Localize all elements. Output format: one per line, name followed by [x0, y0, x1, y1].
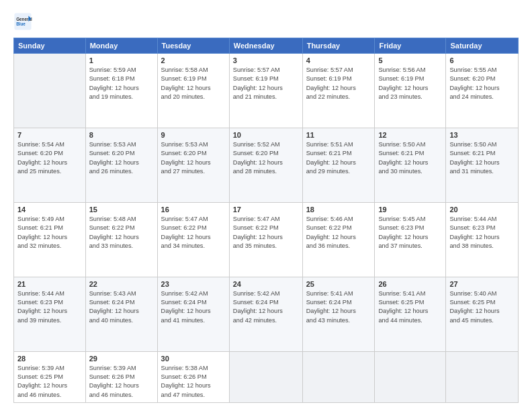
- calendar-cell: 21Sunrise: 5:44 AM Sunset: 6:23 PM Dayli…: [14, 277, 86, 351]
- day-info: Sunrise: 5:55 AM Sunset: 6:20 PM Dayligh…: [449, 66, 515, 101]
- calendar-cell: 30Sunrise: 5:38 AM Sunset: 6:26 PM Dayli…: [157, 351, 229, 402]
- header-monday: Monday: [85, 38, 157, 54]
- calendar-cell: 23Sunrise: 5:42 AM Sunset: 6:24 PM Dayli…: [157, 277, 229, 351]
- calendar-cell: 29Sunrise: 5:39 AM Sunset: 6:26 PM Dayli…: [85, 351, 157, 402]
- day-number: 30: [161, 355, 226, 363]
- calendar-header-row: SundayMondayTuesdayWednesdayThursdayFrid…: [14, 38, 519, 54]
- day-number: 12: [378, 131, 442, 139]
- calendar-cell: 6Sunrise: 5:55 AM Sunset: 6:20 PM Daylig…: [446, 54, 519, 128]
- day-number: 25: [306, 280, 371, 288]
- calendar-cell: 3Sunrise: 5:57 AM Sunset: 6:19 PM Daylig…: [229, 54, 302, 128]
- day-info: Sunrise: 5:38 AM Sunset: 6:26 PM Dayligh…: [161, 364, 226, 400]
- day-number: 4: [306, 56, 371, 64]
- calendar-cell: 22Sunrise: 5:43 AM Sunset: 6:24 PM Dayli…: [85, 277, 157, 351]
- day-number: 17: [233, 205, 299, 214]
- day-info: Sunrise: 5:42 AM Sunset: 6:24 PM Dayligh…: [233, 289, 299, 325]
- calendar-cell: 10Sunrise: 5:52 AM Sunset: 6:20 PM Dayli…: [229, 128, 302, 202]
- calendar-cell: 16Sunrise: 5:47 AM Sunset: 6:22 PM Dayli…: [157, 202, 229, 277]
- day-number: 18: [306, 205, 371, 214]
- day-number: 13: [449, 131, 515, 139]
- week-row-4: 21Sunrise: 5:44 AM Sunset: 6:23 PM Dayli…: [14, 277, 519, 351]
- day-number: 19: [378, 205, 442, 214]
- calendar-cell: 26Sunrise: 5:41 AM Sunset: 6:25 PM Dayli…: [375, 277, 446, 351]
- calendar-cell: [229, 351, 302, 402]
- day-info: Sunrise: 5:46 AM Sunset: 6:22 PM Dayligh…: [306, 215, 371, 250]
- header-friday: Friday: [375, 38, 446, 54]
- day-number: 22: [89, 280, 154, 288]
- calendar-cell: 4Sunrise: 5:57 AM Sunset: 6:19 PM Daylig…: [302, 54, 375, 128]
- day-number: 9: [161, 131, 226, 139]
- calendar-cell: [375, 351, 446, 402]
- day-number: 26: [378, 280, 442, 288]
- day-number: 15: [89, 205, 154, 214]
- calendar-cell: 25Sunrise: 5:41 AM Sunset: 6:24 PM Dayli…: [302, 277, 375, 351]
- day-info: Sunrise: 5:45 AM Sunset: 6:23 PM Dayligh…: [378, 215, 442, 250]
- day-info: Sunrise: 5:59 AM Sunset: 6:18 PM Dayligh…: [89, 66, 154, 101]
- day-info: Sunrise: 5:44 AM Sunset: 6:23 PM Dayligh…: [449, 215, 515, 250]
- calendar-cell: 18Sunrise: 5:46 AM Sunset: 6:22 PM Dayli…: [302, 202, 375, 277]
- day-info: Sunrise: 5:49 AM Sunset: 6:21 PM Dayligh…: [17, 215, 82, 250]
- day-info: Sunrise: 5:41 AM Sunset: 6:25 PM Dayligh…: [378, 289, 442, 325]
- day-info: Sunrise: 5:41 AM Sunset: 6:24 PM Dayligh…: [306, 289, 371, 325]
- day-number: 29: [89, 355, 154, 363]
- day-number: 28: [17, 355, 82, 363]
- calendar-cell: 13Sunrise: 5:50 AM Sunset: 6:21 PM Dayli…: [446, 128, 519, 202]
- day-info: Sunrise: 5:50 AM Sunset: 6:21 PM Dayligh…: [378, 140, 442, 176]
- day-info: Sunrise: 5:42 AM Sunset: 6:24 PM Dayligh…: [161, 289, 226, 325]
- header-sunday: Sunday: [14, 38, 86, 54]
- day-info: Sunrise: 5:50 AM Sunset: 6:21 PM Dayligh…: [449, 140, 515, 176]
- day-info: Sunrise: 5:47 AM Sunset: 6:22 PM Dayligh…: [233, 215, 299, 250]
- day-info: Sunrise: 5:58 AM Sunset: 6:19 PM Dayligh…: [161, 66, 226, 101]
- header-tuesday: Tuesday: [157, 38, 229, 54]
- calendar-cell: 17Sunrise: 5:47 AM Sunset: 6:22 PM Dayli…: [229, 202, 302, 277]
- day-number: 8: [89, 131, 154, 139]
- calendar-cell: 7Sunrise: 5:54 AM Sunset: 6:20 PM Daylig…: [14, 128, 86, 202]
- calendar-cell: 20Sunrise: 5:44 AM Sunset: 6:23 PM Dayli…: [446, 202, 519, 277]
- day-number: 21: [17, 280, 82, 288]
- day-number: 3: [233, 56, 299, 64]
- day-info: Sunrise: 5:53 AM Sunset: 6:20 PM Dayligh…: [161, 140, 226, 176]
- day-number: 27: [449, 280, 515, 288]
- calendar-cell: 24Sunrise: 5:42 AM Sunset: 6:24 PM Dayli…: [229, 277, 302, 351]
- day-info: Sunrise: 5:53 AM Sunset: 6:20 PM Dayligh…: [89, 140, 154, 176]
- calendar-cell: 19Sunrise: 5:45 AM Sunset: 6:23 PM Dayli…: [375, 202, 446, 277]
- calendar-cell: 12Sunrise: 5:50 AM Sunset: 6:21 PM Dayli…: [375, 128, 446, 202]
- day-info: Sunrise: 5:52 AM Sunset: 6:20 PM Dayligh…: [233, 140, 299, 176]
- day-number: 23: [161, 280, 226, 288]
- calendar-cell: 27Sunrise: 5:40 AM Sunset: 6:25 PM Dayli…: [446, 277, 519, 351]
- day-number: 24: [233, 280, 299, 288]
- calendar-cell: 2Sunrise: 5:58 AM Sunset: 6:19 PM Daylig…: [157, 54, 229, 128]
- day-info: Sunrise: 5:39 AM Sunset: 6:26 PM Dayligh…: [89, 364, 154, 400]
- day-info: Sunrise: 5:48 AM Sunset: 6:22 PM Dayligh…: [89, 215, 154, 250]
- calendar-cell: 9Sunrise: 5:53 AM Sunset: 6:20 PM Daylig…: [157, 128, 229, 202]
- day-info: Sunrise: 5:54 AM Sunset: 6:20 PM Dayligh…: [17, 140, 82, 176]
- week-row-2: 7Sunrise: 5:54 AM Sunset: 6:20 PM Daylig…: [14, 128, 519, 202]
- day-info: Sunrise: 5:51 AM Sunset: 6:21 PM Dayligh…: [306, 140, 371, 176]
- calendar-table: SundayMondayTuesdayWednesdayThursdayFrid…: [13, 38, 519, 403]
- day-info: Sunrise: 5:56 AM Sunset: 6:19 PM Dayligh…: [378, 66, 442, 101]
- calendar-cell: 15Sunrise: 5:48 AM Sunset: 6:22 PM Dayli…: [85, 202, 157, 277]
- day-number: 20: [449, 205, 515, 214]
- calendar-cell: 8Sunrise: 5:53 AM Sunset: 6:20 PM Daylig…: [85, 128, 157, 202]
- calendar-cell: 5Sunrise: 5:56 AM Sunset: 6:19 PM Daylig…: [375, 54, 446, 128]
- svg-text:Blue: Blue: [16, 21, 26, 26]
- calendar-cell: 28Sunrise: 5:39 AM Sunset: 6:25 PM Dayli…: [14, 351, 86, 402]
- calendar-cell: [446, 351, 519, 402]
- header: General Blue: [13, 12, 519, 31]
- header-thursday: Thursday: [302, 38, 375, 54]
- day-number: 10: [233, 131, 299, 139]
- day-number: 6: [449, 56, 515, 64]
- day-info: Sunrise: 5:40 AM Sunset: 6:25 PM Dayligh…: [449, 289, 515, 325]
- day-info: Sunrise: 5:43 AM Sunset: 6:24 PM Dayligh…: [89, 289, 154, 325]
- logo-icon: General Blue: [13, 12, 32, 31]
- day-number: 14: [17, 205, 82, 214]
- day-number: 11: [306, 131, 371, 139]
- header-wednesday: Wednesday: [229, 38, 302, 54]
- week-row-5: 28Sunrise: 5:39 AM Sunset: 6:25 PM Dayli…: [14, 351, 519, 402]
- day-number: 7: [17, 131, 82, 139]
- day-info: Sunrise: 5:44 AM Sunset: 6:23 PM Dayligh…: [17, 289, 82, 325]
- day-number: 1: [89, 56, 154, 64]
- day-info: Sunrise: 5:57 AM Sunset: 6:19 PM Dayligh…: [233, 66, 299, 101]
- week-row-3: 14Sunrise: 5:49 AM Sunset: 6:21 PM Dayli…: [14, 202, 519, 277]
- day-number: 5: [378, 56, 442, 64]
